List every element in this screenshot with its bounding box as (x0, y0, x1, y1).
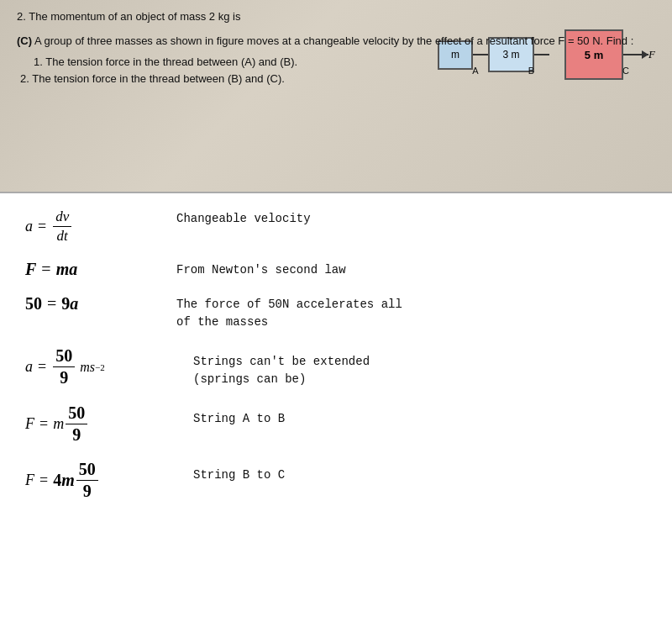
formula-9a: 9a (61, 294, 78, 314)
fraction-50-9-b: 50 9 (66, 403, 87, 445)
formula-3: 50 = 9a (25, 294, 160, 314)
formula-ma: ma (56, 260, 78, 279)
explanation-3-line1: The force of 50N accelerates all (176, 298, 402, 311)
problemC-description: A group of three masses as shown in figu… (34, 34, 633, 47)
explanation-4-line2: (springs can be) (193, 372, 306, 386)
explanation-3-line2: of the masses (176, 315, 268, 329)
equals-4: = (38, 358, 46, 376)
formula-F3: F (25, 472, 34, 489)
denominator-9: 9 (57, 367, 71, 387)
formula-F2: F (25, 415, 34, 433)
formula-50: 50 (25, 294, 42, 314)
unit-ms: ms (80, 360, 95, 375)
denominator-dt: dt (55, 227, 71, 245)
unit-exponent: −2 (95, 362, 105, 372)
explanation-1-text: Changeable velocity (176, 212, 311, 225)
problemC-text: (C) A group of three masses as shown in … (17, 33, 655, 50)
fraction-dv-dt: dv dt (53, 208, 71, 245)
fraction-50-9: 50 9 (53, 346, 75, 387)
fraction-50-9-c: 50 9 (76, 460, 98, 501)
formula-2: F = ma (25, 260, 160, 279)
formula-4: a = 50 9 ms−2 (25, 346, 176, 387)
numerator-50c: 50 (76, 460, 98, 481)
equals-5: = (39, 415, 48, 433)
numerator-dv: dv (53, 208, 71, 227)
solution-row-6: F = 4m 50 9 String B to C (25, 460, 647, 501)
solution-row-2: F = ma From Newton's second law (25, 260, 647, 279)
numerator-50: 50 (53, 346, 75, 367)
explanation-4-line1: Strings can't be extended (193, 355, 370, 368)
equals-2: = (41, 260, 50, 279)
problem2-label: 2. The momentum of an object of mass 2 k… (17, 10, 240, 23)
explanation-2: From Newton's second law (176, 260, 346, 279)
denominator-9c: 9 (81, 481, 94, 501)
explanation-4: Strings can't be extended (springs can b… (193, 346, 370, 388)
equals-3: = (47, 294, 56, 314)
explanation-5: String A to B (193, 403, 285, 428)
equals-1: = (38, 218, 46, 235)
photo-section: 2. The momentum of an object of mass 2 k… (0, 0, 672, 193)
formula-6: F = 4m 50 9 (25, 460, 176, 501)
solution-row-3: 50 = 9a The force of 50N accelerates all… (25, 294, 647, 331)
sub1-text: 1. The tension force in the thread betwe… (17, 54, 655, 71)
equals-6: = (39, 472, 48, 489)
formula-4m: 4m (53, 471, 75, 490)
formula-a2: a (25, 358, 33, 376)
solution-row-1: a = dv dt Changeable velocity (25, 208, 647, 245)
explanation-6: String B to C (193, 460, 285, 484)
solution-row-4: a = 50 9 ms−2 Strings can't be extended … (25, 346, 647, 388)
explanation-3: The force of 50N accelerates all of the … (176, 294, 402, 331)
solution-row-5: F = m 50 9 String A to B (25, 403, 647, 445)
problemC-label: (C) (17, 34, 32, 47)
denominator-9b: 9 (70, 424, 83, 445)
problem2-text: 2. The momentum of an object of mass 2 k… (17, 8, 655, 26)
formula-1: a = dv dt (25, 208, 160, 245)
numerator-50b: 50 (66, 403, 87, 424)
formula-m: m (53, 415, 64, 433)
formula-5: F = m 50 9 (25, 403, 176, 445)
explanation-6-text: String B to C (193, 468, 285, 482)
formula-F: F (25, 260, 36, 279)
explanation-2-text: From Newton's second law (176, 263, 346, 277)
explanation-5-text: String A to B (193, 412, 285, 425)
formula-a: a (25, 218, 33, 235)
sub2-text: 2. The tension force in the thread betwe… (17, 71, 655, 88)
explanation-1: Changeable velocity (176, 208, 311, 228)
solution-section: a = dv dt Changeable velocity F = ma Fro… (0, 193, 672, 524)
